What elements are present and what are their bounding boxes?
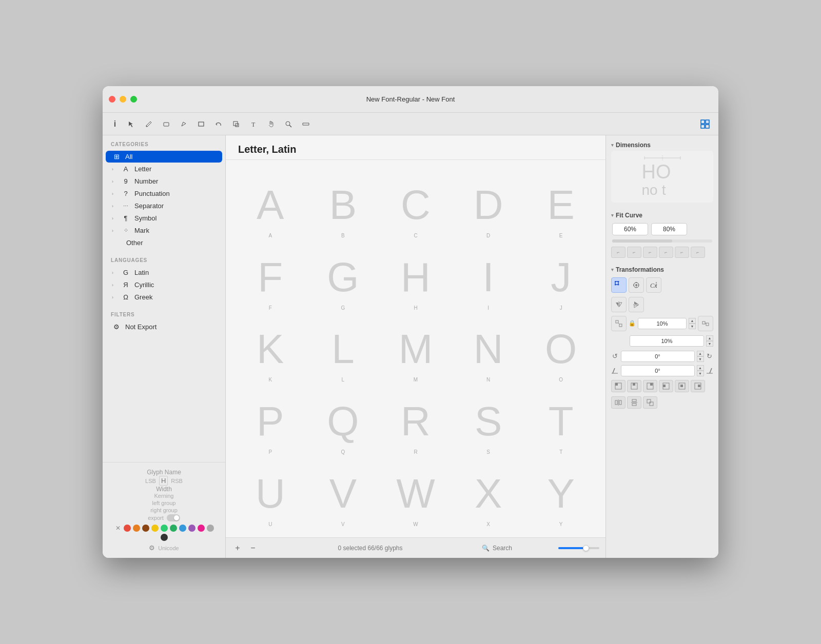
pencil-tool[interactable] <box>142 117 156 131</box>
dimensions-header[interactable]: ▾ Dimensions <box>606 139 718 151</box>
export-toggle[interactable] <box>167 514 180 521</box>
slant-input[interactable] <box>621 365 695 376</box>
fit-curve-btn-3[interactable]: ⌐ <box>643 247 657 258</box>
fit-curve-btn-4[interactable]: ⌐ <box>659 247 673 258</box>
sidebar-item-number[interactable]: › 9 Number <box>106 175 222 187</box>
fit-curve-header[interactable]: ▾ Fit Curve <box>606 210 718 221</box>
eraser-tool[interactable] <box>159 117 173 131</box>
minimize-button[interactable] <box>120 96 126 103</box>
fit-curve-btn-2[interactable]: ⌐ <box>627 247 641 258</box>
zoom-slider[interactable] <box>558 547 599 549</box>
glyph-cell-M[interactable]: M M <box>379 313 452 385</box>
sidebar-item-greek[interactable]: › Ω Greek <box>106 291 222 303</box>
fit-curve-btn-1[interactable]: ⌐ <box>611 247 625 258</box>
sidebar-item-separator[interactable]: › ⋯ Separator <box>106 200 222 212</box>
hand-tool[interactable] <box>264 117 278 131</box>
scale-x-input[interactable] <box>638 318 687 329</box>
sidebar-item-punctuation[interactable]: › ? Punctuation <box>106 188 222 199</box>
close-button[interactable] <box>109 96 115 103</box>
glyph-cell-F[interactable]: F F <box>234 240 307 313</box>
glyph-cell-S[interactable]: S S <box>452 385 525 457</box>
glyph-cell-N[interactable]: N N <box>452 313 525 385</box>
transform-center-btn[interactable] <box>629 277 644 293</box>
rotate-stepper[interactable]: ▲ ▼ <box>697 351 704 362</box>
select-tool[interactable] <box>124 117 139 131</box>
scale-y-up[interactable]: ▲ <box>706 335 713 341</box>
glyph-cell-W[interactable]: W W <box>379 457 452 529</box>
sidebar-item-all[interactable]: ⊞ All <box>106 151 222 163</box>
rotate-down[interactable]: ▼ <box>697 356 704 362</box>
transform-scale-btn[interactable] <box>611 277 627 293</box>
scale-x-up[interactable]: ▲ <box>689 318 696 324</box>
swatch-brown[interactable] <box>142 525 149 532</box>
glyph-cell-G[interactable]: G G <box>307 240 380 313</box>
swatch-red[interactable] <box>124 525 131 532</box>
rotate-input[interactable] <box>621 351 695 362</box>
distribute-v-btn[interactable] <box>627 396 641 409</box>
glyph-cell-P[interactable]: P P <box>234 385 307 457</box>
text-tool[interactable]: T <box>246 117 261 131</box>
distribute-h-btn[interactable] <box>611 396 625 409</box>
sidebar-item-letter[interactable]: › A Letter <box>106 163 222 175</box>
measure-tool[interactable] <box>299 117 313 131</box>
fit-curve-btn-5[interactable]: ⌐ <box>675 247 689 258</box>
glyph-cell-B[interactable]: B B <box>307 168 380 240</box>
glyph-cell-H[interactable]: H H <box>379 240 452 313</box>
align-mc-btn[interactable] <box>675 380 689 392</box>
scale-linked-btn[interactable] <box>611 316 627 331</box>
glyph-cell-I[interactable]: I I <box>452 240 525 313</box>
swatch-darkgray[interactable] <box>161 534 168 541</box>
fit-curve-slider[interactable] <box>612 239 712 243</box>
sidebar-item-mark[interactable]: › ⁘ Mark <box>106 225 222 236</box>
fit-curve-input-1[interactable] <box>612 223 648 235</box>
fit-curve-input-2[interactable] <box>651 223 687 235</box>
slant-up[interactable]: ▲ <box>697 365 704 371</box>
scale-x-stepper[interactable]: ▲ ▼ <box>689 318 696 329</box>
swatch-pink[interactable] <box>198 525 205 532</box>
glyph-cell-T[interactable]: T T <box>524 385 597 457</box>
sidebar-item-cyrillic[interactable]: › Я Cyrillic <box>106 279 222 291</box>
fit-curve-btn-6[interactable]: ⌐ <box>691 247 705 258</box>
glyph-cell-A[interactable]: A A <box>234 168 307 240</box>
scale-apply-btn[interactable] <box>698 316 713 331</box>
transform-flip-h-btn[interactable] <box>611 297 627 312</box>
info-button[interactable]: i <box>109 119 121 129</box>
glyph-cell-U[interactable]: U U <box>234 457 307 529</box>
scale-x-down[interactable]: ▼ <box>689 324 696 329</box>
rotate-up[interactable]: ▲ <box>697 351 704 356</box>
swatch-green[interactable] <box>170 525 177 532</box>
scale-y-stepper[interactable]: ▲ ▼ <box>706 335 713 347</box>
glyph-cell-R[interactable]: R R <box>379 385 452 457</box>
align-tr-btn[interactable] <box>643 380 657 392</box>
glyph-cell-C[interactable]: C C <box>379 168 452 240</box>
rectangle-tool[interactable] <box>194 117 208 131</box>
glyph-cell-O[interactable]: O O <box>524 313 597 385</box>
remove-glyph-button[interactable]: − <box>247 542 259 554</box>
glyph-cell-J[interactable]: J J <box>524 240 597 313</box>
align-mr-btn[interactable] <box>691 380 705 392</box>
glyph-cell-L[interactable]: L L <box>307 313 380 385</box>
zoom-tool[interactable] <box>281 117 296 131</box>
glyph-cell-Q[interactable]: Q Q <box>307 385 380 457</box>
glyph-cell-D[interactable]: D D <box>452 168 525 240</box>
align-ml-btn[interactable] <box>659 380 673 392</box>
transform-text-btn[interactable]: Cx <box>646 277 661 293</box>
glyph-cell-Y[interactable]: Y Y <box>524 457 597 529</box>
glyph-cell-V[interactable]: V V <box>307 457 380 529</box>
slant-down[interactable]: ▼ <box>697 371 704 376</box>
overlap-btn[interactable] <box>643 396 657 409</box>
swatch-lightgreen[interactable] <box>161 525 168 532</box>
glyph-cell-K[interactable]: K K <box>234 313 307 385</box>
sidebar-item-not-export[interactable]: ⚙ Not Export <box>106 321 222 333</box>
transformations-header[interactable]: ▾ Transformations <box>606 264 718 275</box>
add-glyph-button[interactable]: + <box>232 542 243 554</box>
swatch-yellow[interactable] <box>151 525 159 532</box>
pen-tool[interactable] <box>177 117 191 131</box>
transform-tool[interactable] <box>229 117 243 131</box>
clear-color-button[interactable]: ✕ <box>114 525 122 532</box>
align-tl-btn[interactable] <box>611 380 625 392</box>
swatch-purple[interactable] <box>188 525 196 532</box>
swatch-orange[interactable] <box>133 525 140 532</box>
search-input[interactable] <box>493 545 554 552</box>
sidebar-item-other[interactable]: Other <box>106 237 222 249</box>
